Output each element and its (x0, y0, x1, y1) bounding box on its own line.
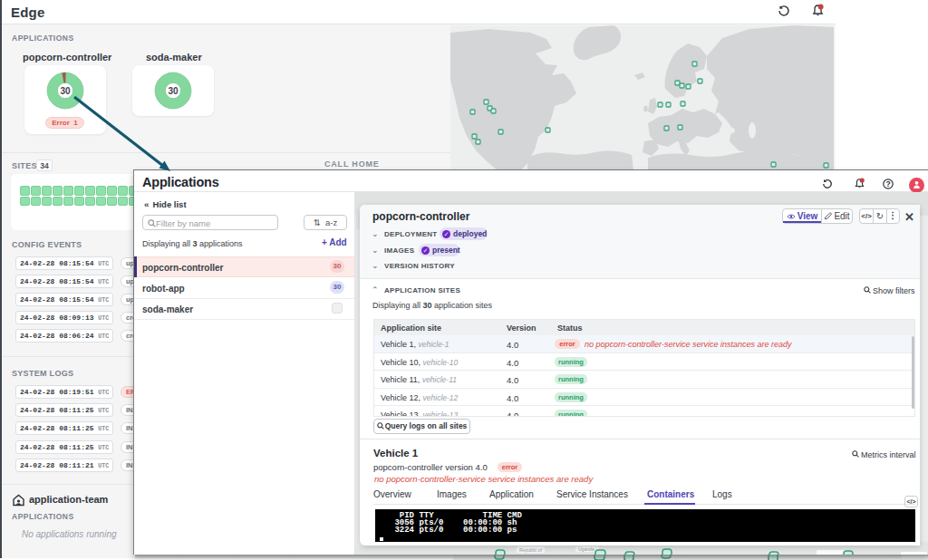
svg-text:Republic of: Republic of (519, 547, 543, 553)
svg-text:30: 30 (60, 86, 71, 96)
svg-text:Uganda: Uganda (578, 546, 594, 552)
svg-text:30: 30 (168, 86, 179, 96)
svg-text:?: ? (885, 179, 890, 188)
